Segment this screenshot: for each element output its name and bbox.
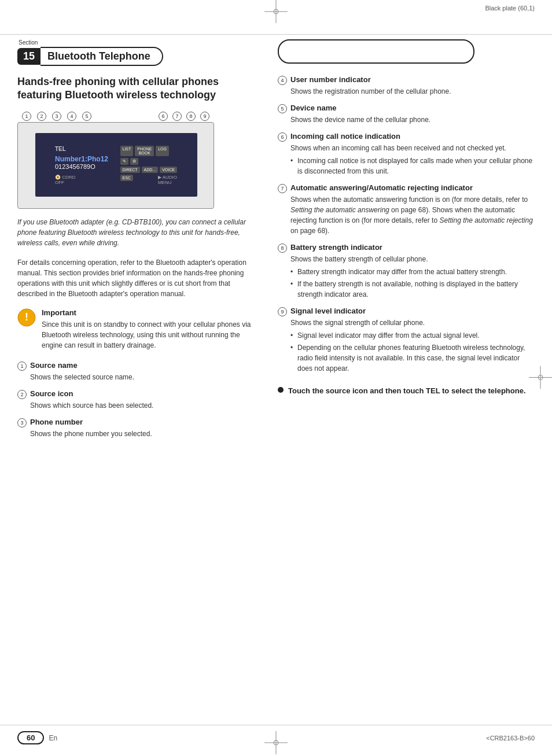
item-circle-8: 8 bbox=[278, 244, 287, 253]
screen-btn-list: LIST bbox=[120, 146, 134, 156]
item-desc-9: Shows the signal strength of cellular ph… bbox=[290, 318, 535, 328]
section-title: Bluetooth Telephone bbox=[41, 47, 163, 66]
important-icon: ! bbox=[17, 308, 36, 327]
screen-btn-row-3: DIRECT ADD... VOICE bbox=[120, 167, 177, 173]
circle-6: 6 bbox=[159, 112, 168, 121]
screen-btn-row-1: LIST PHONEBOOK LOG bbox=[120, 146, 177, 156]
item-title-9: Signal level indicator bbox=[290, 307, 366, 315]
screen-bottom: 📀 CDRDOFF ▶ AUDIOMENU bbox=[55, 175, 177, 185]
item-title-2: Source icon bbox=[30, 389, 73, 398]
svg-text:!: ! bbox=[25, 311, 28, 323]
item-circle-7: 7 bbox=[278, 184, 287, 193]
item-circle-9: 9 bbox=[278, 307, 287, 316]
screen-btn-add: ADD... bbox=[142, 167, 159, 173]
item-bullets-9: Signal level indicator may differ from t… bbox=[290, 330, 535, 374]
footer: 60 En <CRB2163-B>60 bbox=[0, 725, 552, 744]
circle-4: 4 bbox=[67, 112, 76, 121]
screen-btn-log: LOG bbox=[156, 146, 169, 156]
item-auto-answering: 7 Automatic answering/Automatic rejectin… bbox=[278, 183, 535, 236]
screen-source-left: 📀 CDRDOFF bbox=[55, 175, 75, 185]
number-labels-row: 1 2 3 4 5 6 7 8 9 bbox=[17, 112, 214, 121]
item-circle-3: 3 bbox=[17, 418, 27, 427]
item-desc-4: Shows the registration number of the cel… bbox=[290, 86, 535, 97]
screen-btn-direct: DIRECT bbox=[120, 167, 140, 173]
footer-code: <CRB2163-B>60 bbox=[486, 735, 535, 742]
item-title-8: Battery strength indicator bbox=[290, 243, 382, 252]
bullet-9-1: Depending on the cellular phones featuri… bbox=[290, 342, 535, 374]
section-block: Section 15 Bluetooth Telephone bbox=[17, 39, 163, 66]
item-source-name: 1 Source name Shows the selected source … bbox=[17, 361, 260, 382]
circle-3: 3 bbox=[52, 112, 61, 121]
screen-phone-number: 0123456789O bbox=[55, 163, 95, 170]
important-content: Important Since this unit is on standby … bbox=[42, 308, 260, 351]
screen-tel-label: TEL bbox=[55, 146, 66, 152]
touch-note-area: Touch the source icon and then touch TEL… bbox=[278, 385, 535, 397]
touch-note: Touch the source icon and then touch TEL… bbox=[278, 385, 535, 397]
screen-source-right: ▶ AUDIOMENU bbox=[158, 175, 177, 185]
section-number: 15 bbox=[17, 48, 41, 65]
item-desc-6: Shows when an incoming call has been rec… bbox=[290, 143, 535, 153]
num-group-left: 1 2 3 4 5 bbox=[22, 112, 91, 121]
item-source-icon: 2 Source icon Shows which source has bee… bbox=[17, 389, 260, 411]
circle-9: 9 bbox=[200, 112, 209, 121]
circle-8: 8 bbox=[186, 112, 196, 121]
screen-btn-phonebook: PHONEBOOK bbox=[135, 146, 154, 156]
item-title-5: Device name bbox=[290, 104, 337, 112]
item-phone-number: 3 Phone number Shows the phone number yo… bbox=[17, 418, 260, 439]
bullet-8-0: Battery strength indicator may differ fr… bbox=[290, 267, 535, 277]
device-display-area: 1 2 3 4 5 6 7 8 9 TEL Number1:Pho12 bbox=[17, 112, 214, 209]
screen-btn-settings: ⚙ bbox=[130, 158, 138, 165]
device-screen: TEL Number1:Pho12 0123456789O LIST PHONE… bbox=[35, 133, 197, 197]
bullet-6-0: Incoming call notice is not displayed fo… bbox=[290, 156, 535, 176]
important-box: ! Important Since this unit is on standb… bbox=[17, 308, 260, 351]
item-circle-2: 2 bbox=[17, 390, 27, 399]
footer-left: 60 En bbox=[17, 731, 57, 744]
main-heading: Hands-free phoning with cellular phones … bbox=[17, 75, 260, 102]
page-number: 60 bbox=[17, 731, 44, 744]
content-area: Hands-free phoning with cellular phones … bbox=[0, 75, 552, 446]
item-title-7: Automatic answering/Automatic rejecting … bbox=[290, 183, 473, 192]
item-incoming-call: 6 Incoming call notice indication Shows … bbox=[278, 132, 535, 176]
item-circle-1: 1 bbox=[17, 362, 27, 371]
item-desc-5: Shows the device name of the cellular ph… bbox=[290, 115, 535, 125]
item-circle-4: 4 bbox=[278, 76, 287, 85]
device-display: TEL Number1:Pho12 0123456789O LIST PHONE… bbox=[17, 122, 214, 209]
item-title-4: User number indicator bbox=[290, 75, 371, 84]
item-desc-7: Shows when the automatic answering funct… bbox=[290, 194, 535, 236]
screen-btn-pencil: ✎ bbox=[120, 158, 128, 165]
section-label: Section bbox=[19, 39, 163, 46]
item-desc-8: Shows the battery strength of cellular p… bbox=[290, 254, 535, 264]
touch-note-bullet bbox=[278, 387, 284, 393]
plate-text: Black plate (60,1) bbox=[485, 5, 535, 12]
item-title-3: Phone number bbox=[30, 418, 83, 426]
footer-en: En bbox=[49, 734, 57, 742]
bullet-8-1: If the battery strength is not available… bbox=[290, 279, 535, 300]
num-group-right: 6 7 8 9 bbox=[159, 112, 209, 121]
item-signal-level: 9 Signal level indicator Shows the signa… bbox=[278, 307, 535, 374]
item-device-name: 5 Device name Shows the device name of t… bbox=[278, 104, 535, 125]
circle-1: 1 bbox=[22, 112, 31, 121]
screen-btn-voice: VOICE bbox=[160, 167, 177, 173]
screen-btn-row-2: ✎ ⚙ bbox=[120, 158, 177, 165]
item-user-number: 4 User number indicator Shows the regist… bbox=[278, 75, 535, 97]
right-column: 4 User number indicator Shows the regist… bbox=[278, 75, 535, 446]
important-text: Since this unit is on standby to connect… bbox=[42, 319, 260, 351]
circle-2: 2 bbox=[37, 112, 46, 121]
important-title: Important bbox=[42, 308, 260, 317]
touch-note-text: Touch the source icon and then touch TEL… bbox=[288, 385, 526, 397]
screen-number-display: Number1:Pho12 bbox=[55, 155, 108, 163]
bullet-9-0: Signal level indicator may differ from t… bbox=[290, 330, 535, 341]
item-desc-1: Shows the selected source name. bbox=[30, 372, 260, 382]
item-bullets-6: Incoming call notice is not displayed fo… bbox=[290, 156, 535, 176]
circle-7: 7 bbox=[172, 112, 182, 121]
item-circle-6: 6 bbox=[278, 132, 287, 142]
item-bullets-8: Battery strength indicator may differ fr… bbox=[290, 267, 535, 300]
normal-description: For details concerning operation, refer … bbox=[17, 257, 260, 299]
item-circle-5: 5 bbox=[278, 104, 287, 113]
item-desc-2: Shows which source has been selected. bbox=[30, 400, 260, 411]
left-column: Hands-free phoning with cellular phones … bbox=[17, 75, 260, 446]
italic-description: If you use Bluetooth adapter (e.g. CD-BT… bbox=[17, 217, 260, 248]
item-title-6: Incoming call notice indication bbox=[290, 132, 400, 141]
item-title-1: Source name bbox=[30, 361, 78, 370]
circle-5: 5 bbox=[82, 112, 91, 121]
